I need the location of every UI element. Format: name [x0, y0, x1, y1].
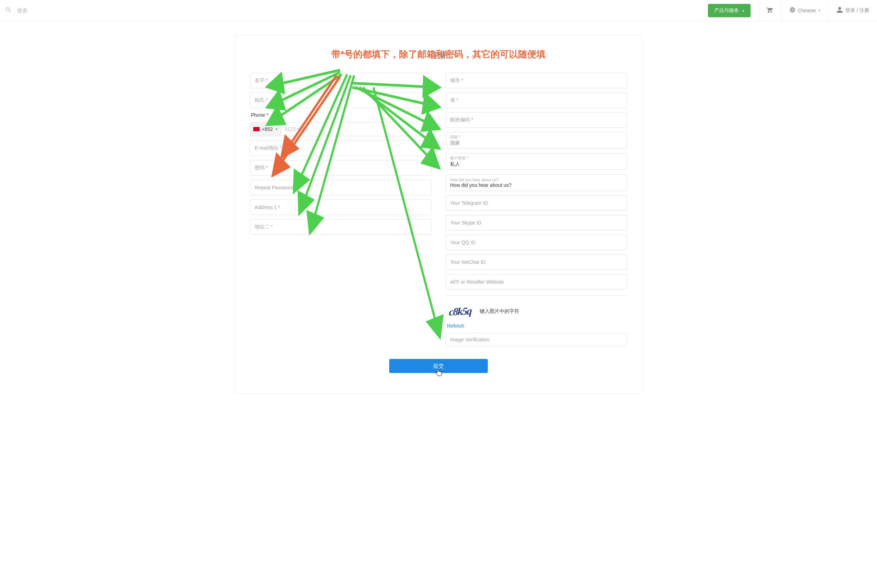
password-placeholder: 密码 * — [255, 165, 268, 171]
divider — [445, 295, 627, 296]
province-input[interactable]: 省 * — [445, 93, 627, 108]
affiliate-website-input[interactable]: AFF or Reseller Website — [445, 274, 627, 290]
repeat-password-input[interactable]: Repeat Password * — [250, 180, 432, 195]
city-placeholder: 城市 * — [450, 77, 463, 84]
last-name-input[interactable]: 姓氏 * — [250, 93, 432, 108]
qq-id-input[interactable]: Your QQ ID — [445, 235, 627, 250]
search-input[interactable] — [16, 7, 87, 14]
country-label: 国家 * — [450, 134, 460, 140]
telegram-id-input[interactable]: Your Telegram ID — [445, 195, 627, 211]
globe-icon — [789, 7, 796, 14]
wechat-placeholder: Your WeChat ID — [450, 260, 485, 265]
search-area — [3, 6, 700, 14]
caret-down-icon: ▾ — [276, 128, 278, 131]
captcha-input-placeholder: Image Verification — [450, 337, 489, 342]
phone-row: +852 ▾ — [250, 122, 432, 136]
submit-wrap: 提交 — [250, 359, 627, 373]
address-2-input[interactable]: 地址二 * — [250, 219, 432, 235]
telegram-placeholder: Your Telegram ID — [450, 200, 488, 206]
postal-code-placeholder: 邮政编码 * — [450, 117, 473, 123]
account-type-select[interactable]: 账户类型 * 私人 — [445, 153, 627, 170]
address-1-placeholder: Address 1 * — [255, 204, 280, 210]
header-right: 产品与服务 ▾ Chinese ▾ 登录 / 注册 — [700, 0, 877, 21]
search-icon[interactable] — [5, 6, 12, 14]
right-column: 城市 * 省 * 邮政编码 * 国家 * 国家 账户类型 * 私人 How di — [445, 73, 627, 346]
phone-label: Phone * — [250, 112, 432, 118]
captcha-row: c8k5q 键入图片中的字符 — [445, 303, 627, 318]
card-title: 注册 — [250, 50, 627, 61]
email-placeholder: E-mail地址 * — [255, 145, 282, 151]
skype-placeholder: Your Skype ID — [450, 220, 481, 225]
account-type-label: 账户类型 * — [450, 156, 468, 161]
user-icon — [836, 6, 843, 14]
register-card: 注册 带*号的都填下，除了邮箱和密码，其它的可以随便填 名字 * 姓氏 * Ph… — [234, 35, 643, 394]
first-name-input[interactable]: 名字 * — [250, 73, 432, 88]
email-input[interactable]: E-mail地址 * — [250, 140, 432, 156]
captcha-label: 键入图片中的字符 — [480, 308, 519, 315]
skype-id-input[interactable]: Your Skype ID — [445, 215, 627, 231]
qq-placeholder: Your QQ ID — [450, 240, 475, 245]
repeat-password-placeholder: Repeat Password * — [255, 185, 297, 190]
cart-button[interactable] — [758, 0, 781, 21]
hear-about-us-label: How did you hear about us? — [450, 178, 498, 182]
header: 产品与服务 ▾ Chinese ▾ 登录 / 注册 — [0, 0, 877, 21]
address-1-input[interactable]: Address 1 * — [250, 200, 432, 215]
submit-label: 提交 — [433, 363, 444, 369]
last-name-placeholder: 姓氏 * — [255, 97, 268, 104]
hear-about-us-value: How did you hear about us? — [450, 182, 511, 188]
address-2-placeholder: 地址二 * — [255, 224, 272, 230]
login-register-button[interactable]: 登录 / 注册 — [828, 0, 877, 21]
province-placeholder: 省 * — [450, 97, 458, 104]
phone-cc-value: +852 — [262, 126, 273, 132]
caret-down-icon: ▾ — [818, 9, 820, 12]
submit-button[interactable]: 提交 — [389, 359, 488, 373]
products-services-button[interactable]: 产品与服务 ▾ — [708, 4, 751, 17]
affiliate-placeholder: AFF or Reseller Website — [450, 279, 504, 285]
wechat-id-input[interactable]: Your WeChat ID — [445, 254, 627, 270]
postal-code-input[interactable]: 邮政编码 * — [445, 112, 627, 128]
login-register-label: 登录 / 注册 — [845, 8, 869, 14]
first-name-placeholder: 名字 * — [255, 77, 268, 84]
account-type-value: 私人 — [450, 161, 460, 168]
cart-icon — [766, 6, 773, 14]
phone-number-input[interactable] — [281, 122, 432, 136]
password-input[interactable]: 密码 * — [250, 160, 432, 176]
chevron-down-icon: ▾ — [742, 9, 744, 13]
phone-country-code[interactable]: +852 ▾ — [250, 122, 281, 136]
captcha-input[interactable]: Image Verification — [445, 333, 627, 346]
country-value: 国家 — [450, 140, 460, 146]
country-select[interactable]: 国家 * 国家 — [445, 132, 627, 149]
language-label: Chinese — [798, 8, 816, 14]
flag-icon — [253, 127, 260, 131]
hear-about-us-select[interactable]: How did you hear about us? How did you h… — [445, 174, 627, 191]
products-services-label: 产品与服务 — [714, 8, 739, 14]
language-switcher[interactable]: Chinese ▾ — [781, 0, 828, 21]
left-column: 名字 * 姓氏 * Phone * +852 ▾ E-mail地址 * — [250, 73, 432, 346]
captcha-refresh-link[interactable]: Refresh — [445, 323, 627, 328]
city-input[interactable]: 城市 * — [445, 73, 627, 88]
captcha-image: c8k5q — [449, 305, 472, 318]
